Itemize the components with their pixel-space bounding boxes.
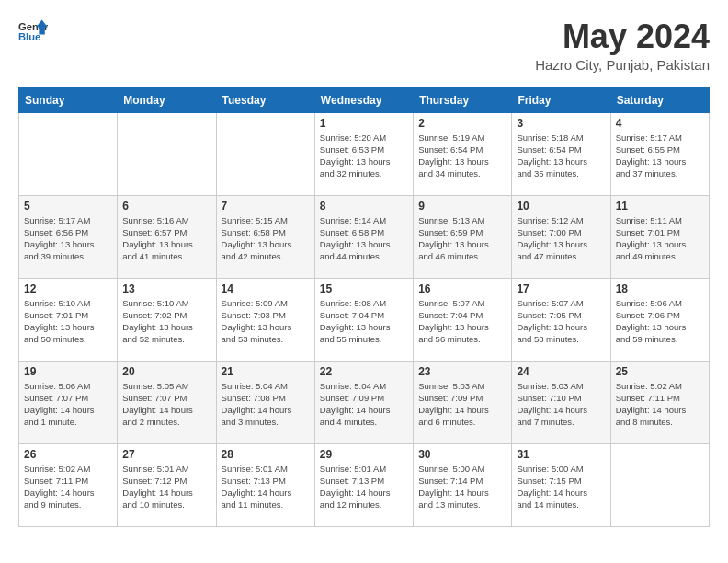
day-number: 29 bbox=[320, 448, 408, 461]
calendar-cell: 6Sunrise: 5:16 AM Sunset: 6:57 PM Daylig… bbox=[118, 195, 216, 278]
day-info: Sunrise: 5:17 AM Sunset: 6:56 PM Dayligh… bbox=[24, 214, 112, 263]
day-number: 3 bbox=[517, 117, 605, 130]
day-number: 22 bbox=[320, 365, 408, 378]
day-info: Sunrise: 5:07 AM Sunset: 7:05 PM Dayligh… bbox=[517, 297, 605, 346]
weekday-header-cell: Monday bbox=[118, 87, 216, 112]
day-info: Sunrise: 5:03 AM Sunset: 7:09 PM Dayligh… bbox=[418, 380, 506, 429]
day-info: Sunrise: 5:18 AM Sunset: 6:54 PM Dayligh… bbox=[517, 132, 605, 180]
calendar-week-row: 26Sunrise: 5:02 AM Sunset: 7:11 PM Dayli… bbox=[19, 443, 710, 526]
calendar-cell: 20Sunrise: 5:05 AM Sunset: 7:07 PM Dayli… bbox=[118, 361, 216, 443]
calendar-cell: 26Sunrise: 5:02 AM Sunset: 7:11 PM Dayli… bbox=[19, 443, 118, 526]
calendar-cell: 10Sunrise: 5:12 AM Sunset: 7:00 PM Dayli… bbox=[512, 195, 610, 278]
day-number: 14 bbox=[222, 282, 310, 295]
day-info: Sunrise: 5:01 AM Sunset: 7:12 PM Dayligh… bbox=[122, 463, 210, 511]
day-info: Sunrise: 5:04 AM Sunset: 7:09 PM Dayligh… bbox=[320, 380, 408, 429]
calendar-cell: 13Sunrise: 5:10 AM Sunset: 7:02 PM Dayli… bbox=[118, 278, 216, 361]
day-info: Sunrise: 5:11 AM Sunset: 7:01 PM Dayligh… bbox=[616, 214, 704, 263]
calendar-cell: 12Sunrise: 5:10 AM Sunset: 7:01 PM Dayli… bbox=[19, 278, 118, 361]
calendar-cell: 28Sunrise: 5:01 AM Sunset: 7:13 PM Dayli… bbox=[216, 443, 314, 526]
calendar-cell: 31Sunrise: 5:00 AM Sunset: 7:15 PM Dayli… bbox=[512, 443, 610, 526]
day-number: 6 bbox=[122, 200, 210, 213]
day-info: Sunrise: 5:19 AM Sunset: 6:54 PM Dayligh… bbox=[418, 132, 506, 180]
calendar-cell: 19Sunrise: 5:06 AM Sunset: 7:07 PM Dayli… bbox=[19, 361, 118, 443]
day-number: 4 bbox=[616, 117, 704, 130]
day-number: 1 bbox=[320, 117, 408, 130]
day-number: 8 bbox=[320, 200, 408, 213]
calendar-cell: 21Sunrise: 5:04 AM Sunset: 7:08 PM Dayli… bbox=[216, 361, 314, 443]
day-number: 13 bbox=[122, 282, 210, 295]
calendar-cell bbox=[19, 112, 118, 195]
calendar-cell: 17Sunrise: 5:07 AM Sunset: 7:05 PM Dayli… bbox=[512, 278, 610, 361]
calendar-cell bbox=[118, 112, 216, 195]
calendar-cell: 18Sunrise: 5:06 AM Sunset: 7:06 PM Dayli… bbox=[610, 278, 709, 361]
calendar-cell: 11Sunrise: 5:11 AM Sunset: 7:01 PM Dayli… bbox=[610, 195, 709, 278]
logo: General Blue bbox=[18, 18, 48, 44]
calendar-cell: 29Sunrise: 5:01 AM Sunset: 7:13 PM Dayli… bbox=[314, 443, 413, 526]
calendar-cell: 1Sunrise: 5:20 AM Sunset: 6:53 PM Daylig… bbox=[314, 112, 413, 195]
calendar-cell: 30Sunrise: 5:00 AM Sunset: 7:14 PM Dayli… bbox=[414, 443, 512, 526]
day-info: Sunrise: 5:02 AM Sunset: 7:11 PM Dayligh… bbox=[24, 463, 112, 511]
day-info: Sunrise: 5:09 AM Sunset: 7:03 PM Dayligh… bbox=[222, 297, 310, 346]
calendar-week-row: 19Sunrise: 5:06 AM Sunset: 7:07 PM Dayli… bbox=[19, 361, 710, 443]
calendar-table: SundayMondayTuesdayWednesdayThursdayFrid… bbox=[18, 87, 710, 527]
day-number: 9 bbox=[418, 200, 506, 213]
calendar-cell: 16Sunrise: 5:07 AM Sunset: 7:04 PM Dayli… bbox=[414, 278, 512, 361]
day-info: Sunrise: 5:17 AM Sunset: 6:55 PM Dayligh… bbox=[616, 132, 704, 180]
calendar-cell: 22Sunrise: 5:04 AM Sunset: 7:09 PM Dayli… bbox=[314, 361, 413, 443]
day-number: 11 bbox=[616, 200, 704, 213]
calendar-body: 1Sunrise: 5:20 AM Sunset: 6:53 PM Daylig… bbox=[19, 112, 710, 526]
logo-icon: General Blue bbox=[18, 18, 48, 44]
day-number: 27 bbox=[122, 448, 210, 461]
day-number: 25 bbox=[616, 365, 704, 378]
calendar-cell bbox=[216, 112, 314, 195]
calendar-cell: 27Sunrise: 5:01 AM Sunset: 7:12 PM Dayli… bbox=[118, 443, 216, 526]
day-number: 30 bbox=[418, 448, 506, 461]
weekday-header-cell: Sunday bbox=[19, 87, 118, 112]
day-info: Sunrise: 5:03 AM Sunset: 7:10 PM Dayligh… bbox=[517, 380, 605, 429]
day-info: Sunrise: 5:08 AM Sunset: 7:04 PM Dayligh… bbox=[320, 297, 408, 346]
day-number: 16 bbox=[418, 282, 506, 295]
weekday-header-row: SundayMondayTuesdayWednesdayThursdayFrid… bbox=[19, 87, 710, 112]
day-info: Sunrise: 5:06 AM Sunset: 7:06 PM Dayligh… bbox=[616, 297, 704, 346]
day-number: 5 bbox=[24, 200, 112, 213]
calendar-cell: 9Sunrise: 5:13 AM Sunset: 6:59 PM Daylig… bbox=[414, 195, 512, 278]
day-number: 12 bbox=[24, 282, 112, 295]
day-info: Sunrise: 5:07 AM Sunset: 7:04 PM Dayligh… bbox=[418, 297, 506, 346]
calendar-cell: 2Sunrise: 5:19 AM Sunset: 6:54 PM Daylig… bbox=[414, 112, 512, 195]
day-number: 10 bbox=[517, 200, 605, 213]
day-info: Sunrise: 5:13 AM Sunset: 6:59 PM Dayligh… bbox=[418, 214, 506, 263]
month-title: May 2024 bbox=[535, 18, 710, 55]
location: Hazro City, Punjab, Pakistan bbox=[535, 57, 710, 73]
day-info: Sunrise: 5:05 AM Sunset: 7:07 PM Dayligh… bbox=[122, 380, 210, 429]
calendar-cell: 3Sunrise: 5:18 AM Sunset: 6:54 PM Daylig… bbox=[512, 112, 610, 195]
day-number: 28 bbox=[222, 448, 310, 461]
day-number: 23 bbox=[418, 365, 506, 378]
calendar-week-row: 1Sunrise: 5:20 AM Sunset: 6:53 PM Daylig… bbox=[19, 112, 710, 195]
day-number: 7 bbox=[222, 200, 310, 213]
day-info: Sunrise: 5:14 AM Sunset: 6:58 PM Dayligh… bbox=[320, 214, 408, 263]
day-number: 24 bbox=[517, 365, 605, 378]
calendar-cell: 7Sunrise: 5:15 AM Sunset: 6:58 PM Daylig… bbox=[216, 195, 314, 278]
day-number: 2 bbox=[418, 117, 506, 130]
page-header: General Blue May 2024 Hazro City, Punjab… bbox=[18, 18, 710, 73]
day-info: Sunrise: 5:01 AM Sunset: 7:13 PM Dayligh… bbox=[320, 463, 408, 511]
day-info: Sunrise: 5:10 AM Sunset: 7:02 PM Dayligh… bbox=[122, 297, 210, 346]
weekday-header-cell: Thursday bbox=[414, 87, 512, 112]
calendar-cell: 23Sunrise: 5:03 AM Sunset: 7:09 PM Dayli… bbox=[414, 361, 512, 443]
calendar-cell: 4Sunrise: 5:17 AM Sunset: 6:55 PM Daylig… bbox=[610, 112, 709, 195]
calendar-cell bbox=[610, 443, 709, 526]
day-info: Sunrise: 5:01 AM Sunset: 7:13 PM Dayligh… bbox=[222, 463, 310, 511]
day-info: Sunrise: 5:20 AM Sunset: 6:53 PM Dayligh… bbox=[320, 132, 408, 180]
day-number: 20 bbox=[122, 365, 210, 378]
calendar-cell: 8Sunrise: 5:14 AM Sunset: 6:58 PM Daylig… bbox=[314, 195, 413, 278]
day-info: Sunrise: 5:06 AM Sunset: 7:07 PM Dayligh… bbox=[24, 380, 112, 429]
day-info: Sunrise: 5:02 AM Sunset: 7:11 PM Dayligh… bbox=[616, 380, 704, 429]
day-info: Sunrise: 5:10 AM Sunset: 7:01 PM Dayligh… bbox=[24, 297, 112, 346]
calendar-cell: 5Sunrise: 5:17 AM Sunset: 6:56 PM Daylig… bbox=[19, 195, 118, 278]
calendar-cell: 14Sunrise: 5:09 AM Sunset: 7:03 PM Dayli… bbox=[216, 278, 314, 361]
day-number: 15 bbox=[320, 282, 408, 295]
day-info: Sunrise: 5:12 AM Sunset: 7:00 PM Dayligh… bbox=[517, 214, 605, 263]
day-number: 21 bbox=[222, 365, 310, 378]
calendar-week-row: 5Sunrise: 5:17 AM Sunset: 6:56 PM Daylig… bbox=[19, 195, 710, 278]
day-info: Sunrise: 5:00 AM Sunset: 7:15 PM Dayligh… bbox=[517, 463, 605, 511]
